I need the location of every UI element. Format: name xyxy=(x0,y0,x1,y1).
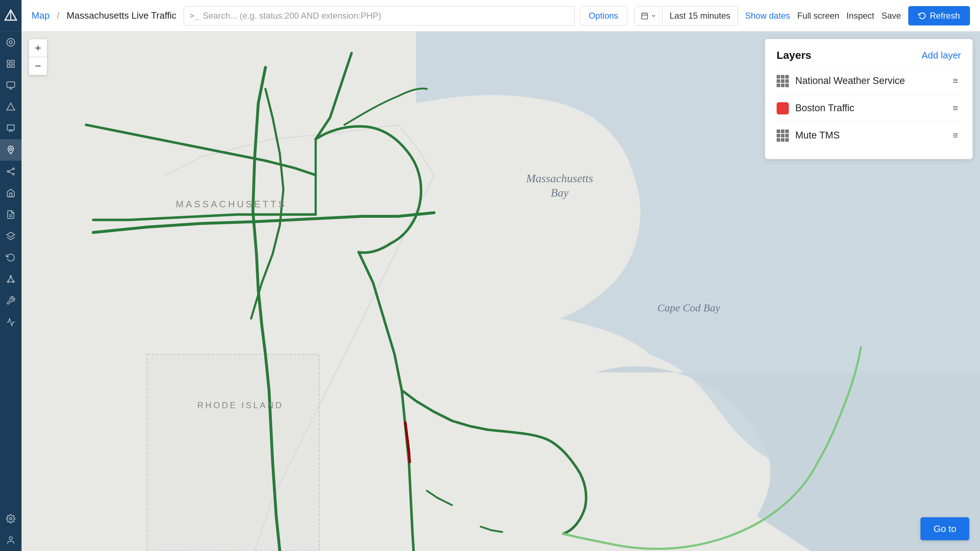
svg-point-28 xyxy=(10,537,13,540)
show-dates-button[interactable]: Show dates xyxy=(745,11,790,21)
monitor-icon[interactable] xyxy=(0,118,22,139)
zoom-controls: + − xyxy=(29,39,47,75)
svg-point-12 xyxy=(10,148,12,151)
visualize-icon[interactable] xyxy=(0,96,22,118)
svg-text:Cape Cod Bay: Cape Cod Bay xyxy=(657,302,721,314)
svg-line-16 xyxy=(9,169,13,171)
canvas-icon[interactable] xyxy=(0,75,22,96)
refresh-label: Refresh xyxy=(930,11,960,21)
search-box[interactable]: >_ Search... (e.g. status:200 AND extens… xyxy=(184,6,575,25)
svg-rect-34 xyxy=(147,354,319,551)
search-prompt-icon: >_ xyxy=(190,11,199,20)
boston-layer-name: Boston Traffic xyxy=(795,103,943,114)
save-button[interactable]: Save xyxy=(881,11,901,21)
health-icon[interactable] xyxy=(0,311,22,333)
zoom-out-button[interactable]: − xyxy=(29,57,47,75)
inspect-button[interactable]: Inspect xyxy=(846,11,874,21)
svg-point-13 xyxy=(7,171,9,172)
svg-rect-4 xyxy=(7,60,10,63)
tools-icon[interactable] xyxy=(0,290,22,311)
svg-point-22 xyxy=(7,281,9,282)
svg-point-3 xyxy=(10,41,13,44)
svg-point-14 xyxy=(13,168,14,169)
mute-layer-menu-button[interactable]: ≡ xyxy=(950,128,961,142)
options-button[interactable]: Options xyxy=(580,6,627,25)
nodes-icon[interactable] xyxy=(0,268,22,290)
svg-text:RHODE ISLAND: RHODE ISLAND xyxy=(197,400,283,410)
topbar: Map / Massachusetts Live Traffic >_ Sear… xyxy=(22,0,980,32)
svg-rect-29 xyxy=(641,13,648,19)
goto-button[interactable]: Go to xyxy=(920,517,969,540)
svg-point-2 xyxy=(7,38,15,46)
dashboard-icon[interactable] xyxy=(0,53,22,75)
svg-text:Massachusetts: Massachusetts xyxy=(526,172,593,185)
app-logo[interactable] xyxy=(0,0,22,32)
breadcrumb-map-link[interactable]: Map xyxy=(32,10,50,21)
nws-layer-icon xyxy=(776,75,789,87)
svg-marker-20 xyxy=(7,232,15,237)
calendar-button[interactable] xyxy=(635,6,663,25)
user-icon[interactable] xyxy=(0,529,22,551)
search-input-placeholder: Search... (e.g. status:200 AND extension… xyxy=(203,11,381,21)
layer-item-boston: Boston Traffic ≡ xyxy=(776,94,961,122)
svg-rect-5 xyxy=(11,60,14,63)
map-area: Massachusetts Bay MASSACHUSETTS RHODE IS… xyxy=(22,32,980,551)
svg-point-27 xyxy=(10,518,12,520)
reports-icon[interactable] xyxy=(0,204,22,225)
svg-text:MASSACHUSETTS: MASSACHUSETTS xyxy=(176,199,286,210)
page-title: Massachusetts Live Traffic xyxy=(67,10,177,21)
layer-item-nws: National Weather Service ≡ xyxy=(776,67,961,94)
svg-text:Bay: Bay xyxy=(550,186,569,199)
svg-line-17 xyxy=(9,172,13,174)
boston-layer-icon xyxy=(776,102,789,115)
svg-point-21 xyxy=(10,276,11,277)
svg-point-15 xyxy=(13,173,14,175)
mute-layer-name: Mute TMS xyxy=(795,130,943,141)
zoom-in-button[interactable]: + xyxy=(29,39,47,57)
alerts-icon[interactable] xyxy=(0,182,22,204)
svg-rect-8 xyxy=(7,82,15,87)
time-range-label: Last 15 minutes xyxy=(663,11,738,21)
sync-icon[interactable] xyxy=(0,247,22,268)
svg-rect-7 xyxy=(11,65,14,67)
home-icon[interactable] xyxy=(0,32,22,53)
layers-icon[interactable] xyxy=(0,225,22,247)
svg-rect-6 xyxy=(7,65,10,67)
svg-marker-11 xyxy=(7,103,15,110)
settings-icon[interactable] xyxy=(0,508,22,529)
layers-panel-header: Layers Add layer xyxy=(776,49,961,61)
breadcrumb-sep: / xyxy=(57,10,60,21)
maps-icon[interactable] xyxy=(0,139,22,161)
mute-layer-icon xyxy=(776,129,789,142)
layer-item-mute: Mute TMS ≡ xyxy=(776,122,961,149)
nws-layer-name: National Weather Service xyxy=(795,75,943,86)
svg-line-25 xyxy=(11,277,14,281)
svg-line-24 xyxy=(8,277,11,281)
fullscreen-button[interactable]: Full screen xyxy=(797,11,839,21)
add-layer-button[interactable]: Add layer xyxy=(921,50,961,61)
nws-layer-menu-button[interactable]: ≡ xyxy=(950,74,961,88)
sidebar xyxy=(0,0,22,551)
boston-layer-menu-button[interactable]: ≡ xyxy=(950,101,961,115)
svg-point-23 xyxy=(13,281,14,282)
refresh-button[interactable]: Refresh xyxy=(908,6,970,25)
layers-title: Layers xyxy=(776,49,811,61)
layers-panel: Layers Add layer National Weather Servic… xyxy=(765,39,973,159)
graph-icon[interactable] xyxy=(0,161,22,182)
